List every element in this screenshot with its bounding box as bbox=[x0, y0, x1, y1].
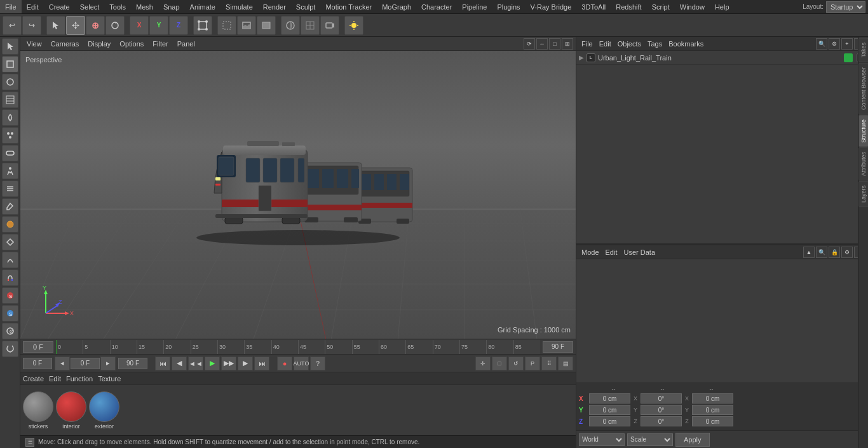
sidebar-bend-btn[interactable] bbox=[2, 252, 18, 268]
render-region-button[interactable] bbox=[217, 16, 236, 35]
pb-view-btn[interactable]: ▤ bbox=[558, 356, 573, 370]
vtab-layers[interactable]: Layers bbox=[858, 181, 869, 207]
menu-simulate[interactable]: Simulate bbox=[220, 0, 258, 13]
search-icon[interactable]: 🔍 bbox=[816, 38, 827, 50]
scale-select[interactable]: Scale Move Rotate bbox=[627, 433, 673, 446]
pb-pin-btn[interactable]: P bbox=[525, 356, 540, 370]
menu-plugins[interactable]: Plugins bbox=[492, 0, 525, 13]
materials-menu-texture[interactable]: Texture bbox=[98, 375, 121, 383]
objects-menu-file[interactable]: File bbox=[579, 40, 595, 48]
viewport[interactable]: Perspective Grid Spacing : 1000 cm X Y Z bbox=[20, 51, 576, 339]
sidebar-magnet-btn[interactable] bbox=[2, 269, 18, 286]
play-btn[interactable]: ▶ bbox=[205, 356, 220, 370]
sidebar-texture2-btn[interactable]: S bbox=[2, 305, 18, 322]
menu-file[interactable]: File bbox=[0, 0, 22, 13]
menu-script[interactable]: Script bbox=[647, 0, 675, 13]
go-start-btn[interactable]: ⏮ bbox=[155, 356, 170, 370]
axis-y-button[interactable]: Y bbox=[149, 16, 168, 35]
objects-content[interactable]: ▶ L Urban_Light_Rail_Train bbox=[576, 51, 868, 243]
menu-3dtoall[interactable]: 3DToAll bbox=[576, 0, 611, 13]
viewport-ctrl-1[interactable]: ⟳ bbox=[524, 38, 535, 50]
attr-lock-icon[interactable]: 🔒 bbox=[829, 247, 840, 258]
materials-menu-create[interactable]: Create bbox=[23, 375, 44, 383]
redo-button[interactable]: ↪ bbox=[22, 16, 41, 35]
playback-start-input[interactable]: 0 F bbox=[23, 358, 52, 369]
materials-menu-function[interactable]: Function bbox=[66, 375, 93, 383]
vtab-content-browser[interactable]: Content Browser bbox=[858, 63, 869, 114]
world-select[interactable]: World Object Screen bbox=[579, 433, 625, 446]
object-visibility-dot[interactable] bbox=[844, 53, 853, 62]
light-button[interactable] bbox=[344, 16, 363, 35]
axis-x-button[interactable]: X bbox=[130, 16, 149, 35]
sidebar-character-btn[interactable] bbox=[2, 163, 18, 179]
playback-end-input[interactable]: 90 F bbox=[118, 358, 147, 369]
help-btn[interactable]: ? bbox=[310, 356, 325, 370]
sidebar-scene-btn[interactable] bbox=[2, 234, 18, 250]
objects-menu-bookmarks[interactable]: Bookmarks bbox=[666, 40, 706, 48]
sidebar-texture-btn[interactable] bbox=[2, 74, 18, 90]
attr-search-icon[interactable]: 🔍 bbox=[816, 247, 827, 258]
menu-redshift[interactable]: Redshift bbox=[611, 0, 646, 13]
menu-tools[interactable]: Tools bbox=[104, 0, 131, 13]
pb-grid-btn[interactable]: ⠿ bbox=[541, 356, 557, 370]
viewport-menu-cameras[interactable]: Cameras bbox=[47, 37, 83, 50]
menu-edit[interactable]: Edit bbox=[22, 0, 44, 13]
viewport-shading-button[interactable] bbox=[281, 16, 300, 35]
menu-snap[interactable]: Snap bbox=[158, 0, 185, 13]
coord-z-pos[interactable]: 0 cm bbox=[589, 416, 630, 426]
timeline-frame-input[interactable]: 0 F bbox=[23, 341, 53, 353]
viewport-wireframe-button[interactable] bbox=[301, 16, 320, 35]
material-exterior[interactable]: exterior bbox=[89, 391, 119, 430]
pb-move-btn[interactable]: ✛ bbox=[475, 356, 491, 370]
menu-sculpt[interactable]: Sculpt bbox=[291, 0, 321, 13]
objects-menu-edit[interactable]: Edit bbox=[597, 40, 614, 48]
rotate-tool-button[interactable] bbox=[105, 16, 125, 35]
viewport-menu-panel[interactable]: Panel bbox=[173, 37, 199, 50]
viewport-menu-display[interactable]: Display bbox=[84, 37, 114, 50]
viewport-ctrl-4[interactable]: ⊞ bbox=[562, 38, 573, 50]
sidebar-circle-btn[interactable] bbox=[2, 216, 18, 233]
objects-menu-tags[interactable]: Tags bbox=[645, 40, 665, 48]
menu-pipeline[interactable]: Pipeline bbox=[457, 0, 492, 13]
objects-menu-objects[interactable]: Objects bbox=[615, 40, 644, 48]
prev-play-btn[interactable]: ◄◄ bbox=[188, 356, 203, 370]
sidebar-more-btn[interactable]: ⚙ bbox=[2, 323, 18, 339]
coord-x-rot[interactable]: 0 cm bbox=[641, 393, 682, 404]
attr-arrow-icon[interactable]: ▲ bbox=[803, 247, 815, 258]
viewport-menu-options[interactable]: Options bbox=[116, 37, 147, 50]
sidebar-lines-btn[interactable] bbox=[2, 180, 18, 197]
sidebar-pen-btn[interactable] bbox=[2, 198, 18, 215]
objects-settings-icon[interactable]: ⚙ bbox=[829, 38, 840, 50]
menu-window[interactable]: Window bbox=[675, 0, 710, 13]
sidebar-model-btn[interactable] bbox=[2, 56, 18, 72]
render-picture-viewer-button[interactable] bbox=[237, 16, 256, 35]
attributes-menu-userdata[interactable]: User Data bbox=[621, 248, 658, 256]
sidebar-paint-btn[interactable]: S bbox=[2, 287, 18, 304]
menu-character[interactable]: Character bbox=[416, 0, 457, 13]
coord-z-rot[interactable]: 0 cm bbox=[641, 416, 682, 426]
menu-select[interactable]: Select bbox=[75, 0, 105, 13]
menu-render[interactable]: Render bbox=[258, 0, 291, 13]
timeline-ruler[interactable]: 051015202530354045505560657075808590 bbox=[56, 340, 540, 354]
axis-z-button[interactable]: Z bbox=[169, 16, 188, 35]
move-tool-button[interactable] bbox=[66, 16, 85, 35]
select-tool-button[interactable] bbox=[46, 16, 65, 35]
viewport-menu-view[interactable]: View bbox=[23, 37, 46, 50]
viewport-menu-filter[interactable]: Filter bbox=[149, 37, 172, 50]
vtab-structure[interactable]: Structure bbox=[858, 115, 869, 147]
material-stickers[interactable]: stickers bbox=[23, 391, 53, 430]
object-row-train[interactable]: ▶ L Urban_Light_Rail_Train bbox=[576, 51, 868, 65]
go-end-btn[interactable]: ⏭ bbox=[254, 356, 269, 370]
playback-current-input[interactable]: 0 F bbox=[71, 358, 100, 369]
viewport-ctrl-2[interactable]: ↔ bbox=[536, 38, 548, 50]
menu-help[interactable]: Help bbox=[710, 0, 735, 13]
coord-y-scale[interactable]: 0° bbox=[692, 405, 733, 415]
attributes-menu-edit[interactable]: Edit bbox=[603, 248, 620, 256]
sidebar-particles-btn[interactable] bbox=[2, 127, 18, 144]
sidebar-sculpt-btn[interactable] bbox=[2, 109, 18, 126]
transform-button[interactable] bbox=[193, 16, 212, 35]
auto-key-btn[interactable]: AUTO bbox=[294, 356, 309, 370]
layout-select[interactable]: Startup bbox=[826, 1, 865, 13]
timeline-end-input[interactable]: 90 F bbox=[543, 341, 573, 353]
menu-animate[interactable]: Animate bbox=[185, 0, 220, 13]
